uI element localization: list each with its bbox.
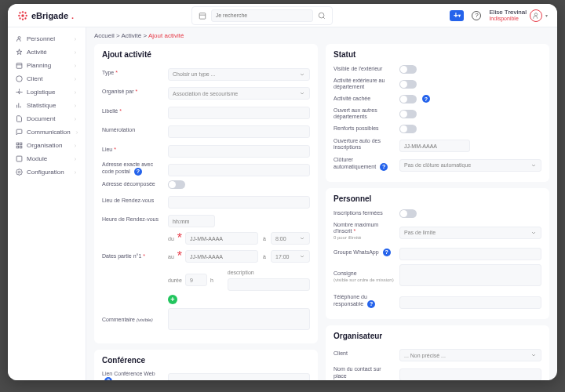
search-input[interactable] — [211, 9, 313, 22]
svg-rect-15 — [16, 64, 22, 69]
sidebar: Personnel Activité Planning Client Logis… — [8, 27, 86, 380]
search-icon — [318, 12, 326, 20]
info-icon[interactable]: ? — [104, 377, 112, 380]
card-statut: Statut Visible de l'extérieur Activité e… — [326, 44, 549, 182]
crumb-current: Ajout activité — [148, 32, 184, 39]
ext-toggle[interactable] — [399, 80, 417, 89]
svg-point-0 — [21, 14, 24, 17]
desc-input[interactable] — [228, 278, 310, 291]
card-title: Personnel — [334, 194, 541, 203]
svg-rect-24 — [20, 146, 22, 148]
svg-point-13 — [534, 13, 537, 15]
breadcrumb: Accueil > Activité > Ajout activité — [94, 32, 549, 39]
duree-input[interactable] — [185, 274, 207, 286]
sidebar-item-configuration[interactable]: Configuration — [8, 165, 86, 179]
card-title: Organisateur — [334, 332, 541, 340]
libelle-input[interactable] — [168, 107, 310, 119]
lien-input[interactable] — [168, 373, 310, 380]
info-icon[interactable]: ? — [422, 95, 430, 103]
sidebar-item-statistique[interactable]: Statistique — [8, 99, 86, 112]
user-name: Elise Trevinal — [489, 9, 527, 16]
svg-point-2 — [22, 18, 24, 20]
date-au-input[interactable] — [185, 250, 258, 263]
logo-icon — [17, 10, 28, 21]
organise-select[interactable]: Association de secourisme — [168, 87, 310, 100]
add-button[interactable]: +▾ — [450, 10, 464, 21]
topbar: eBrigade. +▾ ? Elise Trevinal Indisponib… — [8, 4, 557, 27]
svg-rect-9 — [199, 13, 206, 19]
info-icon[interactable]: ? — [380, 163, 388, 171]
calendar-icon — [199, 12, 206, 20]
svg-point-27 — [18, 171, 20, 172]
svg-point-11 — [319, 13, 324, 18]
info-icon[interactable]: ? — [383, 249, 391, 256]
sidebar-item-logistique[interactable]: Logistique — [8, 85, 86, 99]
crumb-home[interactable]: Accueil — [94, 32, 115, 39]
sidebar-item-planning[interactable]: Planning — [8, 59, 86, 72]
card-organisateur: Organisateur Client... Non précisé ... N… — [326, 325, 549, 380]
svg-point-7 — [19, 17, 20, 19]
nom-contact-input[interactable] — [399, 368, 541, 380]
add-part-button[interactable]: + — [168, 295, 177, 304]
brand-name: eBrigade — [31, 11, 68, 20]
svg-point-1 — [22, 11, 24, 13]
svg-point-4 — [26, 14, 27, 16]
info-icon[interactable]: ? — [134, 168, 142, 176]
sidebar-item-module[interactable]: Module — [8, 152, 86, 165]
user-status: Indisponible — [489, 16, 527, 21]
svg-point-17 — [16, 76, 23, 82]
logo[interactable]: eBrigade. — [17, 10, 74, 21]
sidebar-item-organisation[interactable]: Organisation — [8, 139, 86, 152]
svg-rect-26 — [16, 156, 22, 162]
renforts-toggle[interactable] — [399, 125, 417, 133]
sidebar-item-document[interactable]: Document — [8, 112, 86, 125]
info-icon[interactable]: ? — [367, 300, 375, 308]
svg-rect-22 — [16, 143, 19, 145]
cachee-toggle[interactable] — [399, 95, 417, 103]
card-title: Ajout activité — [102, 50, 310, 59]
user-menu[interactable]: Elise Trevinal Indisponible ▾ — [489, 9, 548, 22]
svg-rect-25 — [16, 146, 19, 148]
numero-input[interactable] — [168, 125, 310, 138]
time-du-select[interactable]: 8:00 — [271, 232, 310, 245]
consigne-input[interactable] — [399, 264, 541, 286]
sidebar-item-activite[interactable]: Activité — [8, 45, 86, 59]
sidebar-item-communication[interactable]: Communication — [8, 125, 86, 139]
card-personnel: Personnel Inscriptions fermées Nombre ma… — [326, 188, 549, 319]
decompose-toggle[interactable] — [168, 180, 185, 189]
lieu-input[interactable] — [168, 145, 310, 158]
type-select[interactable]: Choisir un type ... — [168, 68, 310, 81]
help-icon[interactable]: ? — [472, 11, 481, 20]
visible-toggle[interactable] — [399, 65, 417, 74]
heure-rdv-input[interactable] — [168, 215, 215, 227]
card-conference: Conférence Lien Conférence Web ? Code Co… — [94, 350, 318, 381]
rdv-input[interactable] — [168, 196, 310, 209]
tel-resp-input[interactable] — [399, 296, 541, 309]
svg-point-5 — [19, 12, 20, 13]
ouvert-toggle[interactable] — [399, 110, 417, 118]
time-au-select[interactable]: 17:00 — [271, 250, 310, 263]
card-ajout: Ajout activité Type *Choisir un type ...… — [94, 44, 318, 343]
whatsapp-input[interactable] — [399, 248, 541, 260]
svg-rect-23 — [20, 143, 22, 145]
svg-point-6 — [24, 12, 26, 13]
max-select[interactable]: Pas de limite — [399, 227, 541, 239]
svg-line-12 — [323, 16, 325, 18]
auto-date-input[interactable] — [399, 140, 470, 152]
avatar — [530, 9, 542, 22]
sidebar-item-client[interactable]: Client — [8, 72, 86, 85]
client-select[interactable]: ... Non précisé ... — [399, 349, 541, 361]
fermees-toggle[interactable] — [399, 209, 417, 218]
svg-point-14 — [18, 37, 20, 39]
card-title: Conférence — [102, 356, 310, 365]
search-box[interactable] — [191, 6, 333, 25]
svg-point-8 — [24, 17, 26, 19]
crumb-activite[interactable]: Activité — [121, 32, 141, 39]
adresse-input[interactable] — [168, 164, 310, 176]
date-du-input[interactable] — [185, 232, 258, 245]
sidebar-item-personnel[interactable]: Personnel — [8, 32, 86, 45]
cloture-select[interactable]: Pas de clôture automatique — [399, 159, 541, 172]
svg-point-3 — [18, 14, 20, 16]
card-title: Statut — [334, 50, 541, 59]
commentaire-input[interactable] — [168, 308, 310, 330]
